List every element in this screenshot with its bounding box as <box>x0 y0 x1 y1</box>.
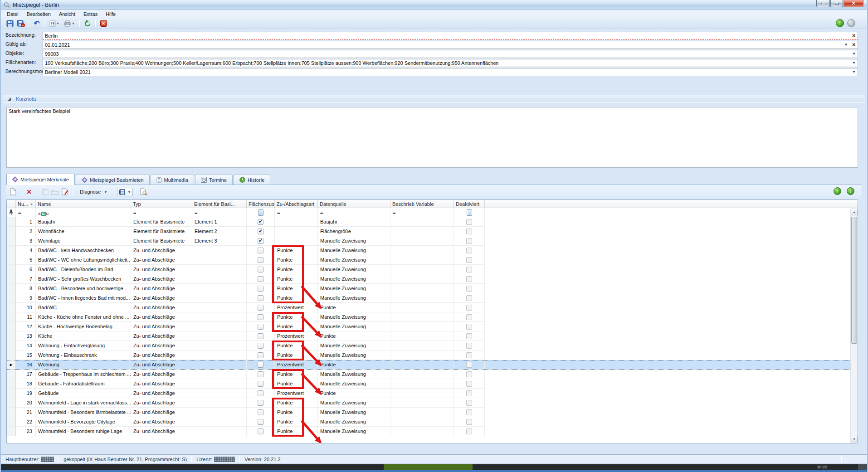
filter-cell-4[interactable]: = <box>192 208 247 217</box>
tab-multimedia[interactable]: Multimedia <box>151 175 194 185</box>
cell-deaktiviert[interactable] <box>454 293 485 303</box>
cell-datenquelle[interactable]: Flächengröße <box>318 227 390 236</box>
row-indicator-cell[interactable] <box>7 217 16 227</box>
print-dropdown-button[interactable]: ▼ <box>63 19 76 28</box>
copy-button[interactable] <box>40 187 50 197</box>
dropdown-arrow-icon[interactable]: ▼ <box>851 70 857 74</box>
cell-flaechenzuordnung[interactable] <box>247 255 275 265</box>
column-header-1[interactable]: Nu...▲ <box>16 200 36 208</box>
cell-typ[interactable]: Zu- und Abschläge <box>131 350 192 360</box>
row-indicator-cell[interactable] <box>7 379 16 389</box>
cell-typ[interactable]: Zu- und Abschläge <box>131 389 192 398</box>
table-row[interactable]: 17Gebäude - Treppenhaus im schlechtem ..… <box>7 370 850 379</box>
menu-bearbeiten[interactable]: Bearbeiten <box>23 11 55 17</box>
cell-element-fuer-basismiete[interactable] <box>192 389 247 398</box>
cell-nummer[interactable]: 10 <box>16 303 36 312</box>
column-header-9[interactable]: Deaktiviert <box>454 200 485 208</box>
cell-nummer[interactable]: 14 <box>16 341 36 350</box>
cell-element-fuer-basismiete[interactable] <box>192 360 247 370</box>
cell-element-fuer-basismiete[interactable] <box>192 341 247 350</box>
clear-field-icon[interactable]: ✕ <box>851 42 857 47</box>
flaechenzuordnung-checkbox[interactable]: ✔ <box>258 238 263 244</box>
cell-name[interactable]: Wohnumfeld - Bevorzugte Citylage <box>36 417 131 427</box>
cell-nummer[interactable]: 16 <box>16 360 36 370</box>
row-indicator-cell[interactable] <box>7 312 16 322</box>
dropdown-arrow-icon[interactable]: ▼ <box>851 61 857 65</box>
cell-flaechenzuordnung[interactable] <box>247 322 275 331</box>
tab-mietspiegel-merkmale[interactable]: Mietspiegel Merkmale <box>6 174 75 185</box>
deaktiviert-checkbox[interactable] <box>466 400 472 406</box>
cell-nummer[interactable]: 9 <box>16 293 36 303</box>
nav-up-button[interactable]: ↑ <box>836 19 844 27</box>
cell-typ[interactable]: Zu- und Abschläge <box>131 246 192 255</box>
cell-name[interactable]: Küche - Küche ohne Fenster und ohne ... <box>36 312 131 322</box>
cell-beschrieb-variable[interactable] <box>390 341 454 350</box>
cell-flaechenzuordnung[interactable] <box>247 389 275 398</box>
row-indicator-cell[interactable] <box>7 350 16 360</box>
flaechenzuordnung-checkbox[interactable] <box>258 381 263 387</box>
kurznotiz-textarea[interactable]: Stark vereinfachtes Beispiel <box>6 107 858 168</box>
row-indicator-cell[interactable] <box>7 236 16 246</box>
cell-zu-abschlagsart[interactable]: Punkte <box>275 255 318 265</box>
deaktiviert-checkbox[interactable] <box>466 419 472 425</box>
cell-beschrieb-variable[interactable] <box>390 398 454 408</box>
cell-flaechenzuordnung[interactable] <box>247 274 275 284</box>
cell-beschrieb-variable[interactable] <box>390 331 454 341</box>
cell-zu-abschlagsart[interactable]: Punkte <box>275 398 318 408</box>
cell-beschrieb-variable[interactable] <box>390 427 454 436</box>
cell-nummer[interactable]: 18 <box>16 379 36 389</box>
cell-element-fuer-basismiete[interactable] <box>192 265 247 274</box>
cell-name[interactable]: Bad/WC - Sehr großes Waschbecken <box>36 274 131 284</box>
menu-datei[interactable]: Datei <box>3 11 23 17</box>
kurznotiz-section-header[interactable]: Kurznotiz <box>3 95 865 103</box>
list-dropdown-button[interactable]: ▼ <box>48 19 61 28</box>
cell-deaktiviert[interactable] <box>454 350 485 360</box>
cell-name[interactable]: Küche <box>36 331 131 341</box>
row-indicator-cell[interactable] <box>7 265 16 274</box>
deaktiviert-checkbox[interactable] <box>466 333 472 339</box>
cell-zu-abschlagsart[interactable] <box>275 227 318 236</box>
tab-mietspiegel-basismieten[interactable]: Mietspiegel Basismieten <box>76 175 150 185</box>
row-indicator-cell[interactable] <box>7 293 16 303</box>
cell-zu-abschlagsart[interactable]: Punkte <box>275 312 318 322</box>
cell-nummer[interactable]: 12 <box>16 322 36 331</box>
cell-deaktiviert[interactable] <box>454 398 485 408</box>
cell-datenquelle[interactable]: Manuelle Zuweisung <box>318 284 390 293</box>
column-header-2[interactable]: Name <box>36 200 131 208</box>
cell-datenquelle[interactable]: Manuelle Zuweisung <box>318 246 390 255</box>
minimize-button[interactable] <box>816 0 830 7</box>
table-row[interactable]: 2WohnflächeElement für BasismieteElement… <box>7 227 850 236</box>
filter-cell-7[interactable]: = <box>318 208 390 217</box>
cell-element-fuer-basismiete[interactable] <box>192 408 247 417</box>
cell-beschrieb-variable[interactable] <box>390 408 454 417</box>
cell-beschrieb-variable[interactable] <box>390 322 454 331</box>
deaktiviert-checkbox[interactable] <box>466 381 472 387</box>
flaechenzuordnung-checkbox[interactable] <box>258 371 263 377</box>
flaechenzuordnung-checkbox[interactable] <box>258 343 263 349</box>
column-header-7[interactable]: Datenquelle <box>318 200 390 208</box>
cell-typ[interactable]: Zu- und Abschläge <box>131 417 192 427</box>
cell-datenquelle[interactable]: Manuelle Zuweisung <box>318 370 390 379</box>
table-row[interactable]: 8Bad/WC - Besondere und hochwertige ...Z… <box>7 284 850 293</box>
tab-historie[interactable]: Historie <box>234 175 270 185</box>
scroll-down-icon[interactable]: ▼ <box>851 436 858 443</box>
dropdown-arrow-icon[interactable]: ▼ <box>851 52 857 56</box>
maximize-button[interactable] <box>830 0 843 7</box>
cell-nummer[interactable]: 4 <box>16 246 36 255</box>
cell-beschrieb-variable[interactable] <box>390 312 454 322</box>
row-indicator-cell[interactable] <box>7 303 16 312</box>
menu-hilfe[interactable]: Hilfe <box>102 11 120 17</box>
cell-nummer[interactable]: 23 <box>16 427 36 436</box>
cell-element-fuer-basismiete[interactable] <box>192 379 247 389</box>
save-close-button[interactable]: x <box>16 19 25 28</box>
cell-beschrieb-variable[interactable] <box>390 350 454 360</box>
cell-datenquelle[interactable]: Manuelle Zuweisung <box>318 274 390 284</box>
deaktiviert-checkbox[interactable] <box>466 229 472 234</box>
cell-name[interactable]: Bad/WC - Besondere und hochwertige ... <box>36 284 131 293</box>
cell-beschrieb-variable[interactable] <box>390 255 454 265</box>
flaechenzuordnung-checkbox[interactable] <box>258 295 263 301</box>
cell-typ[interactable]: Zu- und Abschläge <box>131 331 192 341</box>
cell-beschrieb-variable[interactable] <box>390 265 454 274</box>
cell-deaktiviert[interactable] <box>454 227 485 236</box>
cell-deaktiviert[interactable] <box>454 255 485 265</box>
